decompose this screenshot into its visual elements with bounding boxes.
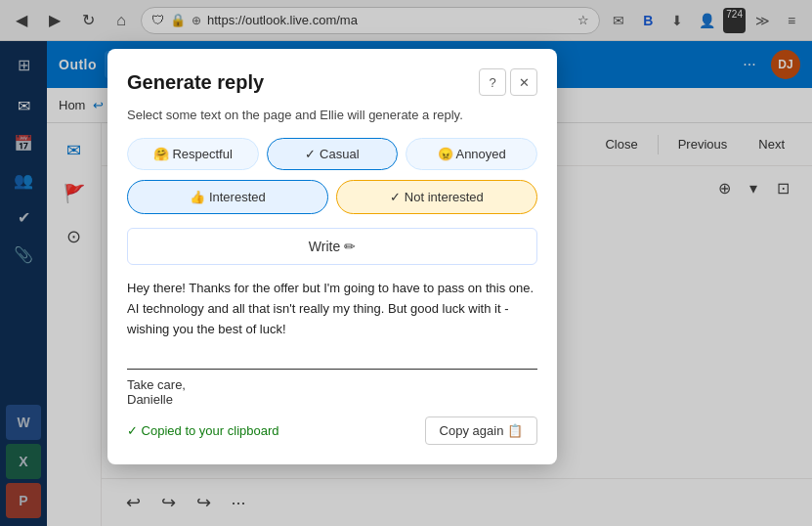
- dialog-subtitle: Select some text on the page and Ellie w…: [127, 108, 537, 122]
- intent-not-interested-button[interactable]: ✓ Not interested: [336, 180, 537, 214]
- modal-overlay: Generate reply ? ✕ Select some text on t…: [0, 0, 812, 526]
- tone-row: 🤗 Respectful ✓ Casual 😠 Annoyed: [127, 138, 537, 170]
- dialog-help-button[interactable]: ?: [479, 68, 506, 96]
- copy-again-button[interactable]: Copy again 📋: [425, 416, 537, 445]
- generated-reply-text: Hey there! Thanks for the offer but I'm …: [127, 279, 537, 357]
- tone-casual-button[interactable]: ✓ Casual: [267, 138, 399, 170]
- write-button[interactable]: Write ✏: [127, 228, 537, 265]
- generate-reply-dialog: Generate reply ? ✕ Select some text on t…: [107, 49, 557, 464]
- dialog-header-buttons: ? ✕: [479, 68, 537, 96]
- signature-line: [127, 369, 537, 370]
- copied-label: ✓ Copied to your clipboard: [127, 423, 279, 438]
- signature-text: Take care, Danielle: [127, 377, 537, 407]
- intent-row: 👍 Interested ✓ Not interested: [127, 180, 537, 214]
- tone-annoyed-button[interactable]: 😠 Annoyed: [406, 138, 537, 170]
- dialog-header: Generate reply ? ✕: [127, 68, 537, 96]
- dialog-close-button[interactable]: ✕: [510, 68, 537, 96]
- tone-respectful-button[interactable]: 🤗 Respectful: [127, 138, 259, 170]
- intent-interested-button[interactable]: 👍 Interested: [127, 180, 328, 214]
- copy-status-bar: ✓ Copied to your clipboard Copy again 📋: [127, 416, 537, 445]
- dialog-title: Generate reply: [127, 71, 264, 94]
